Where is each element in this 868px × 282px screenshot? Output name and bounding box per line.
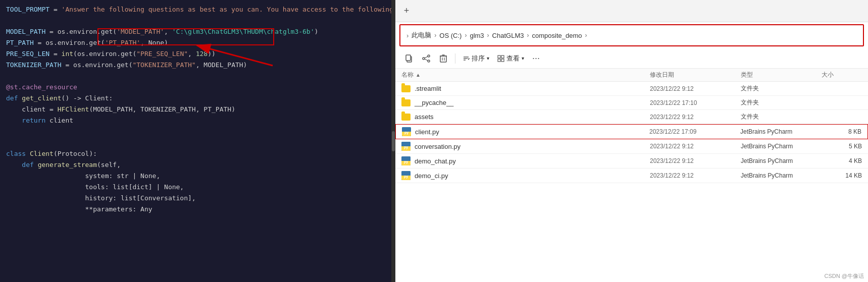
code-line: history: list[Conversation],	[6, 193, 385, 204]
code-line: tools: list[dict] | None,	[6, 182, 385, 193]
code-line: PRE_SEQ_LEN = int(os.environ.get("PRE_SE…	[6, 48, 385, 60]
header-size[interactable]: 大小	[822, 71, 862, 79]
view-label: 查看	[506, 54, 520, 63]
fe-topbar: +	[395, 0, 868, 22]
code-line	[6, 71, 385, 82]
file-name-cell: __pycache__	[401, 99, 650, 106]
file-type: JetBrains PyCharm	[741, 172, 822, 179]
code-line	[6, 126, 385, 137]
file-name-text: assets	[415, 113, 434, 121]
file-explorer: + › 此电脑 › OS (C:) › glm3 › ChatGLM3 › co…	[395, 0, 868, 282]
file-date: 2023/12/22 9:12	[650, 85, 741, 92]
panel-divider[interactable]	[391, 0, 395, 282]
code-line	[6, 15, 385, 26]
file-name-text: client.py	[415, 128, 439, 136]
breadcrumb-item-chatglm3[interactable]: ChatGLM3	[492, 32, 524, 39]
breadcrumb-chevron-icon: ›	[406, 32, 409, 39]
resize-handle[interactable]	[392, 131, 395, 151]
file-size: 8 KB	[821, 128, 861, 135]
svg-text:py: py	[404, 160, 408, 164]
trash-icon	[440, 54, 447, 63]
list-item[interactable]: pyconversation.py2023/12/22 9:12JetBrain…	[395, 139, 868, 154]
code-line: return client	[6, 115, 385, 126]
svg-rect-16	[498, 55, 500, 58]
file-date: 2023/12/22 9:12	[650, 143, 741, 150]
file-type: 文件夹	[741, 84, 822, 93]
list-item[interactable]: .streamlit2023/12/22 9:12文件夹	[395, 82, 868, 96]
breadcrumb-item-glm3[interactable]: glm3	[470, 32, 484, 39]
code-editor: TOOL_PROMPT = 'Answer the following ques…	[0, 0, 391, 282]
file-date: 2023/12/22 17:10	[650, 99, 741, 106]
breadcrumb-item-composite[interactable]: composite_demo	[532, 32, 582, 39]
file-type: 文件夹	[741, 98, 822, 107]
view-chevron-icon: ▾	[522, 55, 524, 61]
code-line: def generate_stream(self,	[6, 159, 385, 171]
folder-icon	[401, 85, 411, 92]
toolbar-share-button[interactable]	[419, 51, 434, 66]
code-line: TOOL_PROMPT = 'Answer the following ques…	[6, 4, 385, 15]
file-name-cell: pyclient.py	[402, 127, 649, 136]
svg-line-7	[425, 59, 428, 61]
breadcrumb: › 此电脑 › OS (C:) › glm3 › ChatGLM3 › comp…	[399, 24, 864, 46]
code-line: @st.cache_resource	[6, 82, 385, 93]
header-type[interactable]: 类型	[741, 71, 822, 79]
folder-icon	[401, 99, 411, 106]
code-line: **parameters: Any	[6, 204, 385, 215]
python-file-icon: py	[401, 142, 411, 151]
toolbar-view-button[interactable]: 查看 ▾	[494, 52, 527, 65]
file-name-text: demo_chat.py	[415, 157, 456, 165]
file-list: .streamlit2023/12/22 9:12文件夹__pycache__2…	[395, 82, 868, 282]
list-item[interactable]: pydemo_ci.py2023/12/22 9:12JetBrains PyC…	[395, 168, 868, 183]
list-item[interactable]: __pycache__2023/12/22 17:10文件夹	[395, 96, 868, 110]
toolbar-copy-button[interactable]	[401, 51, 417, 66]
code-line: MODEL_PATH = os.environ.get('MODEL_PATH'…	[6, 26, 385, 37]
file-type: JetBrains PyCharm	[741, 157, 822, 164]
file-name-cell: .streamlit	[401, 85, 650, 92]
file-date: 2023/12/22 9:12	[650, 114, 741, 121]
code-content: TOOL_PROMPT = 'Answer the following ques…	[0, 0, 391, 219]
file-name-text: conversation.py	[415, 143, 461, 150]
sort-icon	[463, 55, 470, 62]
file-type: 文件夹	[741, 112, 822, 121]
python-file-icon: py	[401, 171, 411, 180]
file-name-text: __pycache__	[415, 99, 453, 106]
code-line: system: str | None,	[6, 171, 385, 182]
header-name[interactable]: 名称 ▲	[401, 71, 650, 79]
new-tab-button[interactable]: +	[399, 4, 414, 18]
breadcrumb-sep-5: ›	[585, 32, 587, 39]
breadcrumb-item-c[interactable]: OS (C:)	[439, 32, 462, 39]
code-line	[6, 137, 385, 148]
copy-icon	[405, 54, 413, 63]
sort-label: 排序	[472, 54, 485, 63]
file-list-header: 名称 ▲ 修改日期 类型 大小	[395, 69, 868, 82]
file-name-cell: pydemo_ci.py	[401, 171, 650, 180]
svg-rect-2	[406, 55, 411, 61]
file-date: 2023/12/22 17:09	[649, 128, 740, 135]
svg-text:py: py	[404, 131, 409, 135]
list-item[interactable]: pydemo_chat.py2023/12/22 9:12JetBrains P…	[395, 154, 868, 168]
fe-toolbar: 排序 ▾ 查看 ▾ ···	[395, 48, 868, 69]
svg-rect-19	[501, 59, 504, 62]
file-name-cell: assets	[401, 113, 650, 121]
list-item[interactable]: pyclient.py2023/12/22 17:09JetBrains PyC…	[395, 124, 868, 139]
breadcrumb-item-pc[interactable]: 此电脑	[412, 31, 431, 40]
svg-rect-17	[501, 55, 504, 58]
toolbar-delete-button[interactable]	[436, 51, 451, 66]
toolbar-more-button[interactable]: ···	[529, 51, 543, 66]
header-date[interactable]: 修改日期	[650, 71, 741, 79]
breadcrumb-sep-4: ›	[527, 32, 529, 39]
svg-rect-8	[440, 56, 446, 62]
python-file-icon: py	[402, 127, 411, 136]
file-date: 2023/12/22 9:12	[650, 172, 741, 179]
share-icon	[422, 54, 430, 63]
file-size: 4 KB	[822, 157, 862, 164]
breadcrumb-sep-3: ›	[487, 32, 489, 39]
code-line: PT_PATH = os.environ.get('PT_PATH', None…	[6, 37, 385, 48]
file-name-text: demo_ci.py	[415, 172, 448, 180]
plus-icon: +	[404, 6, 410, 16]
list-item[interactable]: assets2023/12/22 9:12文件夹	[395, 110, 868, 124]
toolbar-sort-button[interactable]: 排序 ▾	[459, 52, 492, 65]
code-line: def get_client() -> Client:	[6, 93, 385, 104]
svg-line-6	[425, 57, 428, 58]
name-sort-arrow: ▲	[416, 72, 421, 78]
